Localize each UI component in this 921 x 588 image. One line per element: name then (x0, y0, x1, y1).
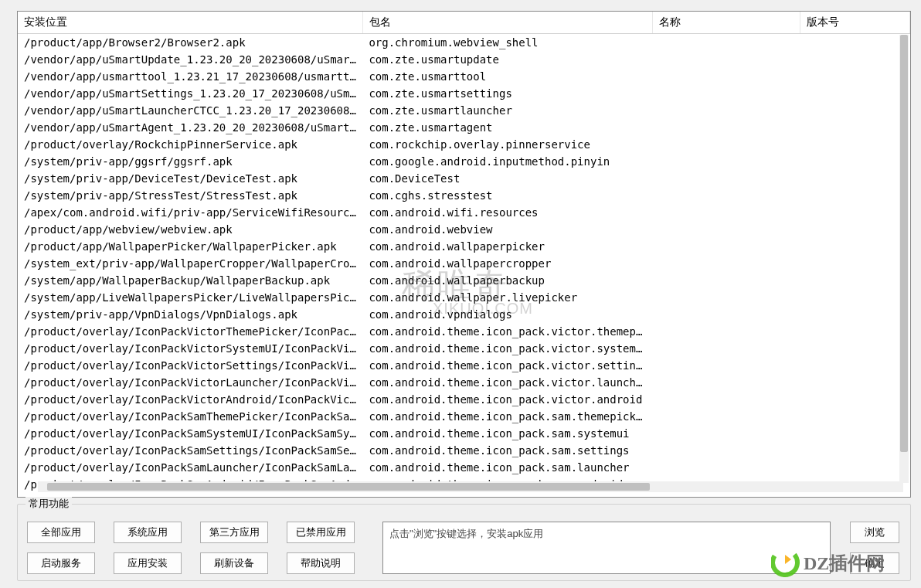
col-header-name[interactable]: 名称 (653, 12, 800, 33)
cell-name (653, 170, 800, 187)
table-row[interactable]: /system/priv-app/DeviceTest/DeviceTest.a… (18, 170, 910, 187)
app-table-scroll[interactable]: 安装位置 包名 名称 版本号 /product/app/Browser2/Bro… (18, 12, 910, 497)
table-row[interactable]: /vendor/app/uSmartAgent_1.23.20_20_20230… (18, 119, 910, 136)
table-row[interactable]: /system/priv-app/VpnDialogs/VpnDialogs.a… (18, 306, 910, 323)
cell-name (653, 68, 800, 85)
table-row[interactable]: /product/overlay/IconPackSamLauncher/Ico… (18, 459, 910, 476)
refresh-device-button[interactable]: 刷新设备 (200, 552, 268, 574)
cell-name (653, 119, 800, 136)
cell-name (653, 306, 800, 323)
cell-name (653, 51, 800, 68)
system-apps-button[interactable]: 系统应用 (114, 522, 182, 543)
cell-pkg: com.zte.usmartlauncher (362, 102, 652, 119)
cell-name (653, 33, 800, 51)
table-row[interactable]: /product/app/Browser2/Browser2.apkorg.ch… (18, 33, 910, 51)
cell-path: /system/app/LiveWallpapersPicker/LiveWal… (18, 289, 362, 306)
table-row[interactable]: /vendor/app/uSmartUpdate_1.23.20_20_2023… (18, 51, 910, 68)
cell-ver (800, 187, 909, 204)
cell-ver (800, 374, 909, 391)
table-row[interactable]: /product/overlay/IconPackVictorSystemUI/… (18, 340, 910, 357)
cell-ver (800, 51, 909, 68)
third-party-button[interactable]: 第三方应用 (200, 522, 268, 543)
cell-name (653, 255, 800, 272)
cell-ver (800, 136, 909, 153)
table-row[interactable]: /product/overlay/RockchipPinnerService.a… (18, 136, 910, 153)
cell-path: /product/overlay/IconPackSamThemePicker/… (18, 408, 362, 425)
horizontal-scrollbar-track (47, 481, 894, 492)
browse-button[interactable]: 浏览 (850, 522, 899, 543)
table-row[interactable]: /product/overlay/IconPackVictorAndroid/I… (18, 391, 910, 408)
cell-name (653, 85, 800, 102)
table-row[interactable]: /product/app/webview/webview.apkcom.andr… (18, 221, 910, 238)
cell-name (653, 459, 800, 476)
cell-path: /product/app/WallpaperPicker/WallpaperPi… (18, 238, 362, 255)
col-header-path[interactable]: 安装位置 (18, 12, 362, 33)
cell-pkg: com.android.vpndialogs (362, 306, 652, 323)
cell-path: /system/app/WallpaperBackup/WallpaperBac… (18, 272, 362, 289)
table-row[interactable]: /system/app/WallpaperBackup/WallpaperBac… (18, 272, 910, 289)
table-row[interactable]: /product/overlay/IconPackSamThemePicker/… (18, 408, 910, 425)
cell-path: /product/overlay/RockchipPinnerService.a… (18, 136, 362, 153)
cell-pkg: com.zte.usmarttool (362, 68, 652, 85)
horizontal-scrollbar[interactable] (38, 481, 903, 492)
table-row[interactable]: /product/overlay/IconPackSamSettings/Ico… (18, 442, 910, 459)
cell-ver (800, 33, 909, 51)
table-row[interactable]: /vendor/app/uSmartLauncherCTCC_1.23.20_1… (18, 102, 910, 119)
confirm-button[interactable]: 确定 (850, 552, 899, 574)
cell-path: /vendor/app/uSmartSettings_1.23.20_17_20… (18, 85, 362, 102)
cell-pkg: com.android.wallpaper.livepicker (362, 289, 652, 306)
horizontal-scrollbar-thumb[interactable] (47, 483, 650, 491)
cell-pkg: com.zte.usmartupdate (362, 51, 652, 68)
table-row[interactable]: /system/priv-app/StressTest/StressTest.a… (18, 187, 910, 204)
cell-ver (800, 153, 909, 170)
cell-name (653, 102, 800, 119)
table-row[interactable]: /product/overlay/IconPackVictorThemePick… (18, 323, 910, 340)
cell-path: /product/app/Browser2/Browser2.apk (18, 33, 362, 51)
cell-pkg: com.android.theme.icon_pack.sam.launcher (362, 459, 652, 476)
col-header-ver[interactable]: 版本号 (800, 12, 909, 33)
cell-name (653, 136, 800, 153)
cell-ver (800, 204, 909, 221)
cell-name (653, 272, 800, 289)
cell-pkg: org.chromium.webview_shell (362, 33, 652, 51)
table-row[interactable]: /system/app/LiveWallpapersPicker/LiveWal… (18, 289, 910, 306)
app-table: 安装位置 包名 名称 版本号 /product/app/Browser2/Bro… (18, 12, 910, 497)
cell-name (653, 289, 800, 306)
cell-ver (800, 68, 909, 85)
table-row[interactable]: /vendor/app/uSmartSettings_1.23.20_17_20… (18, 85, 910, 102)
install-path-input[interactable]: 点击"浏览"按键选择，安装apk应用 (382, 522, 831, 574)
table-row[interactable]: /product/overlay/IconPackRoundedTheme/Ic… (18, 493, 910, 498)
cell-pkg: com.google.android.inputmethod.pinyin (362, 153, 652, 170)
help-button[interactable]: 帮助说明 (287, 552, 355, 574)
cell-ver (800, 85, 909, 102)
cell-ver (800, 306, 909, 323)
table-row[interactable]: /product/overlay/IconPackSamSystemUI/Ico… (18, 425, 910, 442)
disabled-apps-button[interactable]: 已禁用应用 (287, 522, 355, 543)
cell-ver (800, 493, 909, 498)
cell-ver (800, 289, 909, 306)
start-service-button[interactable]: 启动服务 (27, 552, 95, 574)
table-row[interactable]: /system_ext/priv-app/WallpaperCropper/Wa… (18, 255, 910, 272)
table-row[interactable]: /system/priv-app/ggsrf/ggsrf.apkcom.goog… (18, 153, 910, 170)
cell-pkg: com.cghs.stresstest (362, 187, 652, 204)
vertical-scrollbar[interactable] (899, 35, 909, 483)
table-row[interactable]: /product/app/WallpaperPicker/WallpaperPi… (18, 238, 910, 255)
cell-ver (800, 102, 909, 119)
cell-ver (800, 459, 909, 476)
table-row[interactable]: /product/overlay/IconPackVictorSettings/… (18, 357, 910, 374)
cell-ver (800, 340, 909, 357)
group-label: 常用功能 (25, 497, 72, 511)
cell-pkg: com.android.wallpaperpicker (362, 238, 652, 255)
cell-pkg: com.rockchip.overlay.pinnerservice (362, 136, 652, 153)
install-app-button[interactable]: 应用安装 (114, 552, 182, 574)
vertical-scrollbar-thumb[interactable] (900, 35, 908, 452)
table-row[interactable]: /vendor/app/usmarttool_1.23.21_17_202306… (18, 68, 910, 85)
all-apps-button[interactable]: 全部应用 (27, 522, 95, 543)
cell-pkg: com.android.theme.icon_pack.sam.settings (362, 442, 652, 459)
table-row[interactable]: /product/overlay/IconPackVictorLauncher/… (18, 374, 910, 391)
cell-path: /system/priv-app/StressTest/StressTest.a… (18, 187, 362, 204)
cell-path: /system/priv-app/VpnDialogs/VpnDialogs.a… (18, 306, 362, 323)
col-header-pkg[interactable]: 包名 (362, 12, 652, 33)
cell-path: /product/overlay/IconPackVictorAndroid/I… (18, 391, 362, 408)
table-row[interactable]: /apex/com.android.wifi/priv-app/ServiceW… (18, 204, 910, 221)
